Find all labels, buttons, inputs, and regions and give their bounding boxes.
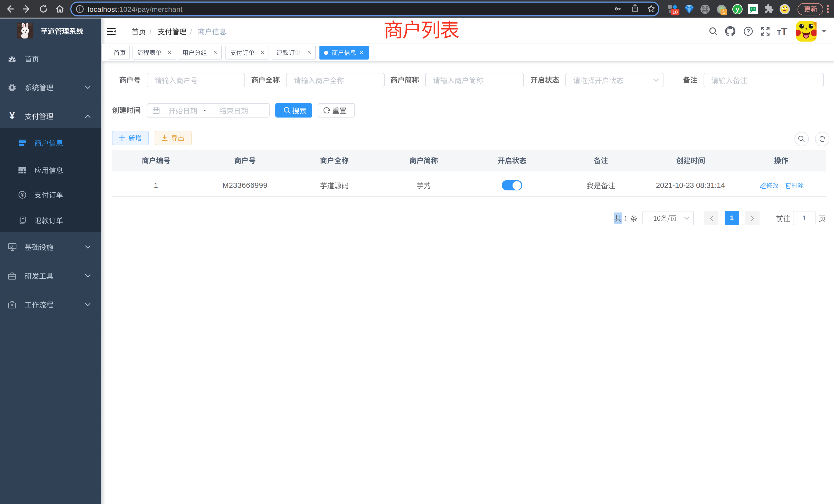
svg-text:y: y xyxy=(736,5,740,13)
svg-text:¥: ¥ xyxy=(9,111,15,121)
svg-text:?: ? xyxy=(746,28,750,35)
svg-text:¥: ¥ xyxy=(21,192,24,197)
